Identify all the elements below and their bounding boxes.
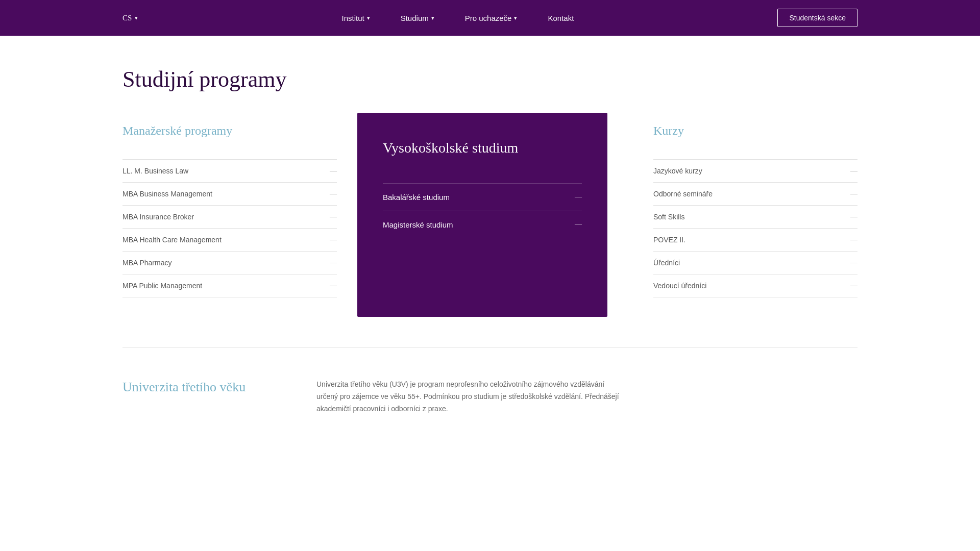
list-item-jazykove-arrow: — [850,167,857,175]
nav-center: Institut ▾ Studium ▾ Pro uchazeče ▾ Kont… [342,14,574,22]
nav-item-institut[interactable]: Institut ▾ [342,14,370,22]
right-column: Kurzy Jazykové kurzy — Odborné semináře … [623,113,857,297]
list-item-mba-hcm-arrow: — [330,236,337,244]
list-item-urednici[interactable]: Úředníci — [653,251,857,274]
programs-layout: Manažerské programy LL. M. Business Law … [122,113,857,347]
list-item-urednici-arrow: — [850,259,857,267]
list-item-soft-arrow: — [850,213,857,221]
center-column: Vysokoškolské studium Bakalářské studium… [357,113,607,317]
list-item-mba-pharm-label: MBA Pharmacy [122,259,172,267]
kurzy-list: Jazykové kurzy — Odborné semináře — Soft… [653,159,857,297]
bottom-section: Univerzita třetího věku Univerzita třetí… [122,347,857,445]
navbar: CS ▾ Institut ▾ Studium ▾ Pro uchazeče ▾… [0,0,980,36]
list-item-povez-arrow: — [850,236,857,244]
list-item-mba-hcm[interactable]: MBA Health Care Management — [122,228,337,251]
nav-item-kontakt-label: Kontakt [548,14,574,22]
bottom-left: Univerzita třetího věku [122,379,276,396]
nav-right: Studentská sekce [777,9,857,27]
list-item-mba-hcm-label: MBA Health Care Management [122,236,222,244]
left-column-title: Manažerské programy [122,123,337,139]
list-item-soft-label: Soft Skills [653,213,684,221]
list-item-vedouci[interactable]: Vedoucí úředníci — [653,274,857,297]
list-item-povez[interactable]: POVEZ II. — [653,228,857,251]
center-item-mg-label: Magisterské studium [383,220,453,229]
center-item-mg[interactable]: Magisterské studium — [383,211,582,238]
list-item-mba-bm[interactable]: MBA Business Management — [122,182,337,205]
center-item-bc-arrow: — [575,193,582,201]
nav-item-kontakt[interactable]: Kontakt [548,14,574,22]
bottom-title: Univerzita třetího věku [122,379,276,396]
center-item-bc[interactable]: Bakalářské studium — [383,183,582,211]
list-item-mba-pharm-arrow: — [330,259,337,267]
left-column: Manažerské programy LL. M. Business Law … [122,113,357,297]
manazers-program-list: LL. M. Business Law — MBA Business Manag… [122,159,337,297]
list-item-odbornae-label: Odborné semináře [653,190,713,198]
list-item-povez-label: POVEZ II. [653,236,685,244]
list-item-jazykove-label: Jazykové kurzy [653,167,702,175]
page-title: Studijní programy [122,66,857,92]
list-item-vedouci-label: Vedoucí úředníci [653,282,706,290]
list-item-mba-pharm[interactable]: MBA Pharmacy — [122,251,337,274]
center-item-mg-arrow: — [575,220,582,229]
nav-item-studium-label: Studium [401,14,429,22]
list-item-mba-bm-label: MBA Business Management [122,190,212,198]
list-item-soft[interactable]: Soft Skills — [653,205,857,228]
student-section-button[interactable]: Studentská sekce [777,9,857,27]
page-content: Studijní programy Manažerské programy LL… [0,36,980,445]
list-item-odbornae-arrow: — [850,190,857,198]
nav-item-pro-uchazece-label: Pro uchazeče [465,14,512,22]
lang-chevron: ▾ [135,15,138,21]
list-item-odbornae[interactable]: Odborné semináře — [653,182,857,205]
list-item-llm[interactable]: LL. M. Business Law — [122,159,337,182]
list-item-mba-ib-arrow: — [330,213,337,221]
nav-item-pro-uchazece-chevron: ▾ [514,15,517,21]
list-item-vedouci-arrow: — [850,282,857,290]
bottom-text: Univerzita třetího věku (U3V) je program… [316,379,623,415]
list-item-llm-arrow: — [330,167,337,175]
list-item-mpa-label: MPA Public Management [122,282,202,290]
list-item-mpa-arrow: — [330,282,337,290]
center-program-list: Bakalářské studium — Magisterské studium… [383,183,582,238]
nav-item-pro-uchazece[interactable]: Pro uchazeče ▾ [465,14,518,22]
nav-item-studium-chevron: ▾ [431,15,434,21]
lang-selector[interactable]: CS ▾ [122,14,138,22]
right-column-title: Kurzy [653,123,857,139]
list-item-mba-ib[interactable]: MBA Insurance Broker — [122,205,337,228]
page-title-section: Studijní programy [122,36,857,113]
center-column-title: Vysokoškolské studium [383,138,582,158]
nav-item-institut-label: Institut [342,14,364,22]
list-item-jazykove[interactable]: Jazykové kurzy — [653,159,857,182]
lang-label: CS [122,14,132,22]
list-item-mpa[interactable]: MPA Public Management — [122,274,337,297]
list-item-llm-label: LL. M. Business Law [122,167,188,175]
list-item-mba-bm-arrow: — [330,190,337,198]
list-item-urednici-label: Úředníci [653,259,680,267]
nav-item-studium[interactable]: Studium ▾ [401,14,434,22]
nav-item-institut-chevron: ▾ [367,15,370,21]
bottom-right: Univerzita třetího věku (U3V) je program… [316,379,857,415]
list-item-mba-ib-label: MBA Insurance Broker [122,213,194,221]
center-item-bc-label: Bakalářské studium [383,193,450,202]
